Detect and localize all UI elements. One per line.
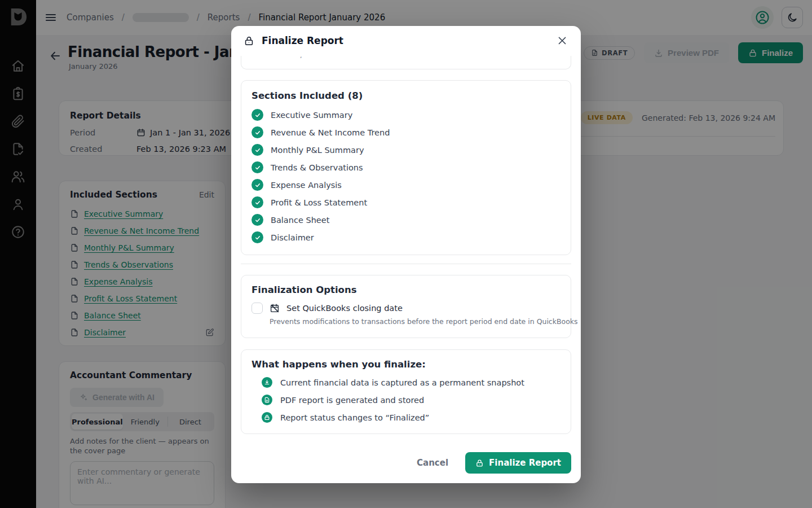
list-item: Expense Analysis	[251, 179, 561, 191]
what-happens-title: What happens when you finalize:	[251, 359, 561, 370]
list-item: Trends & Observations	[251, 161, 561, 173]
finalize-report-button[interactable]: Finalize Report	[465, 452, 571, 474]
section-name: Disclaimer	[271, 233, 314, 242]
finalize-report-modal: Finalize Report , Sections Included (8) …	[231, 26, 581, 483]
check-circle-icon	[251, 126, 263, 138]
happens-text: Current financial data is captured as a …	[280, 378, 524, 387]
list-item: Executive Summary	[251, 109, 561, 121]
check-circle-icon	[251, 231, 263, 243]
modal-header: Finalize Report	[231, 26, 581, 55]
closing-date-label[interactable]: Set QuickBooks closing date	[286, 304, 403, 313]
closing-date-help-text: Prevents modifications to transactions b…	[270, 317, 561, 326]
modal-title: Finalize Report	[262, 35, 343, 46]
section-name: Balance Sheet	[271, 216, 329, 225]
calendar-off-icon	[270, 303, 280, 313]
check-circle-icon	[251, 109, 263, 121]
sections-included-title: Sections Included (8)	[251, 90, 561, 101]
pdf-file-icon	[262, 395, 272, 405]
lock-icon	[244, 36, 254, 46]
check-circle-icon	[251, 214, 263, 226]
check-circle-icon	[251, 144, 263, 156]
lock-icon	[475, 459, 484, 467]
cancel-button[interactable]: Cancel	[417, 458, 448, 468]
list-item: Monthly P&L Summary	[251, 144, 561, 156]
check-circle-icon	[251, 161, 263, 173]
happens-text: PDF report is generated and stored	[280, 396, 424, 405]
list-item: Report status changes to “Finalized”	[262, 412, 561, 423]
sections-included-list: Executive Summary Revenue & Net Income T…	[251, 109, 561, 243]
list-item: Profit & Loss Statement	[251, 196, 561, 208]
closing-date-checkbox[interactable]	[251, 303, 263, 314]
list-item: Current financial data is captured as a …	[262, 377, 561, 388]
scrolled-card-partial: ,	[241, 56, 571, 69]
happens-text: Report status changes to “Finalized”	[280, 413, 429, 422]
section-name: Expense Analysis	[271, 181, 342, 190]
lock-icon	[262, 412, 272, 423]
check-circle-icon	[251, 179, 263, 191]
divider	[241, 264, 571, 264]
snapshot-download-icon	[262, 377, 272, 388]
what-happens-card: What happens when you finalize: Current …	[241, 349, 571, 434]
list-item: Balance Sheet	[251, 214, 561, 226]
section-name: Executive Summary	[271, 111, 352, 120]
list-item: PDF report is generated and stored	[262, 395, 561, 405]
section-name: Monthly P&L Summary	[271, 146, 364, 155]
finalization-options-title: Finalization Options	[251, 284, 561, 295]
finalization-options-card: Finalization Options Set QuickBooks clos…	[241, 275, 571, 338]
list-item: Disclaimer	[251, 231, 561, 243]
sections-included-card: Sections Included (8) Executive Summary …	[241, 80, 571, 255]
check-circle-icon	[251, 196, 263, 208]
section-name: Revenue & Net Income Trend	[271, 128, 390, 137]
list-item: Revenue & Net Income Trend	[251, 126, 561, 138]
close-icon[interactable]	[556, 34, 568, 47]
section-name: Trends & Observations	[271, 163, 363, 172]
section-name: Profit & Loss Statement	[271, 198, 367, 207]
